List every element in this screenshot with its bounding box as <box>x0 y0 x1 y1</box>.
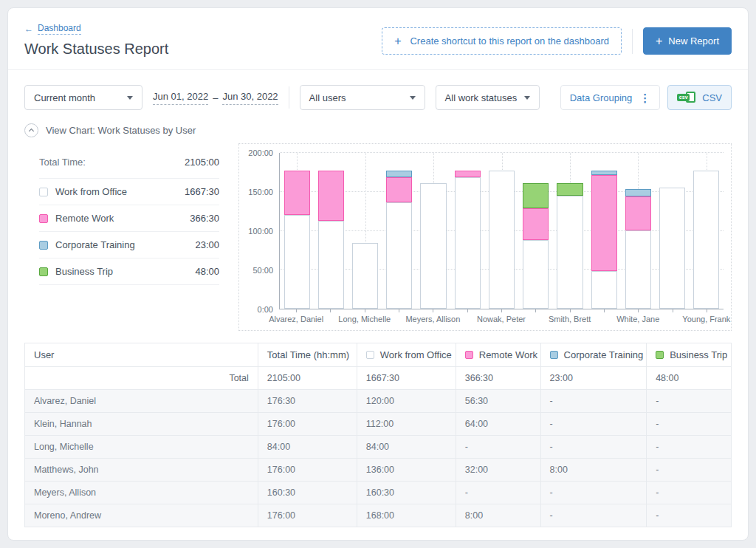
bar-segment-work-from-office[interactable] <box>420 183 446 309</box>
stacked-bar <box>455 171 481 309</box>
x-axis-tick <box>638 309 639 312</box>
legend-row-work-from-office[interactable]: Work from Office1667:30 <box>39 179 219 205</box>
cell-total-time-hh-mm: 176:00 <box>258 459 357 482</box>
x-axis-tick <box>535 309 536 312</box>
report-table: UserTotal Time (hh:mm)Work from OfficeRe… <box>24 343 732 527</box>
create-shortcut-button[interactable]: + Create shortcut to this report on the … <box>382 27 622 55</box>
csv-export-button[interactable]: csv CSV <box>667 85 732 110</box>
bar-segment-remote-work[interactable] <box>625 196 651 230</box>
x-axis-tick <box>707 309 707 312</box>
bar-segment-corporate-training[interactable] <box>625 189 651 197</box>
cell-corporate-training: - <box>540 504 647 527</box>
bar-segment-work-from-office[interactable] <box>659 188 685 309</box>
date-from-field[interactable]: Jun 01, 2022 <box>153 91 208 105</box>
table-row: Alvarez, Daniel176:30120:0056:30-- <box>25 390 732 413</box>
kebab-menu-icon: ⋮ <box>639 92 650 103</box>
bar-slot <box>280 153 314 309</box>
total-time-row: Total Time: 2105:00 <box>39 151 219 179</box>
column-header-remote-work: Remote Work <box>456 343 540 367</box>
cell-corporate-training: - <box>540 413 647 436</box>
cell-user: Matthews, John <box>25 459 258 482</box>
x-axis-tick <box>501 309 502 312</box>
new-report-button[interactable]: + New Report <box>643 27 732 55</box>
bar-segment-work-from-office[interactable] <box>352 243 378 309</box>
data-grouping-label: Data Grouping <box>570 92 633 103</box>
bar-segment-work-from-office[interactable] <box>284 215 310 309</box>
cell-business-trip: - <box>647 436 732 459</box>
chart-collapse-toggle[interactable]: View Chart: Work Statuses by User <box>24 123 732 137</box>
bar-segment-work-from-office[interactable] <box>318 221 344 309</box>
y-axis-tick-label: 50:00 <box>252 266 273 275</box>
header-actions: + Create shortcut to this report on the … <box>382 27 732 55</box>
column-header-user: User <box>25 343 258 367</box>
bar-segment-remote-work[interactable] <box>591 175 617 271</box>
stacked-bar <box>420 183 446 309</box>
bar-segment-work-from-office[interactable] <box>557 196 583 309</box>
cell-user: Alvarez, Daniel <box>25 390 258 413</box>
x-axis-tick <box>467 309 468 312</box>
header-divider <box>632 29 633 54</box>
legend-row-remote-work[interactable]: Remote Work366:30 <box>39 205 219 232</box>
bar-segment-business-trip[interactable] <box>523 183 549 208</box>
legend-name: Work from Office <box>55 186 177 197</box>
filters-right: Data Grouping ⋮ csv CSV <box>560 85 732 110</box>
total-cell-total-time-hh-mm: 2105:00 <box>258 367 357 390</box>
total-cell-corporate-training: 23:00 <box>540 367 647 390</box>
cell-business-trip: - <box>647 459 732 482</box>
x-axis: Alvarez, DanielLong, MichelleMeyers, All… <box>279 309 724 327</box>
bar-segment-remote-work[interactable] <box>284 171 310 215</box>
legend-value: 23:00 <box>195 239 219 250</box>
table-total-row: Total2105:001667:30366:3023:0048:00 <box>25 367 732 390</box>
stacked-bar <box>659 188 685 309</box>
chart-row: Total Time: 2105:00 Work from Office1667… <box>24 143 732 331</box>
bar-segment-remote-work[interactable] <box>386 177 412 202</box>
bar-segment-work-from-office[interactable] <box>455 177 481 309</box>
cell-business-trip: - <box>647 413 732 436</box>
csv-icon-front: csv <box>677 94 690 101</box>
total-cell-work-from-office: 1667:30 <box>357 367 456 390</box>
cell-total-time-hh-mm: 84:00 <box>258 436 357 459</box>
filter-divider <box>289 86 289 109</box>
statuses-select[interactable]: All work statuses <box>436 85 540 110</box>
bar-segment-corporate-training[interactable] <box>386 171 412 177</box>
chart-legend-panel: Total Time: 2105:00 Work from Office1667… <box>24 143 238 331</box>
cell-remote-work: 56:30 <box>456 390 540 413</box>
legend-row-business-trip[interactable]: Business Trip48:00 <box>39 258 219 285</box>
date-to-field[interactable]: Jun 30, 2022 <box>222 91 278 105</box>
users-select[interactable]: All users <box>300 85 425 110</box>
csv-file-icon: csv <box>677 92 695 104</box>
table-row: Klein, Hannah176:00112:0064:00-- <box>25 413 732 436</box>
bar-segment-work-from-office[interactable] <box>693 171 719 309</box>
bar-segment-work-from-office[interactable] <box>523 240 549 309</box>
cell-total-time-hh-mm: 176:30 <box>258 390 357 413</box>
date-separator: – <box>213 92 218 103</box>
bar-segment-work-from-office[interactable] <box>591 271 617 309</box>
bar-segment-remote-work[interactable] <box>318 171 344 221</box>
period-select[interactable]: Current month <box>24 85 142 110</box>
cell-business-trip: - <box>647 390 732 413</box>
chevron-down-icon <box>127 96 133 100</box>
back-to-dashboard-link[interactable]: ← Dashboard <box>24 23 81 35</box>
x-axis-label: Nowak, Peter <box>477 315 526 323</box>
legend-swatch-icon <box>366 351 374 359</box>
x-axis-label: Meyers, Allison <box>405 315 460 323</box>
legend-swatch-icon <box>39 214 48 223</box>
legend-name: Business Trip <box>55 266 188 277</box>
bar-segment-work-from-office[interactable] <box>386 202 412 309</box>
cell-total-time-hh-mm: 160:30 <box>258 482 357 504</box>
bar-segment-remote-work[interactable] <box>523 208 549 239</box>
bar-segment-work-from-office[interactable] <box>489 171 515 309</box>
data-grouping-button[interactable]: Data Grouping ⋮ <box>560 85 661 110</box>
bar-segment-work-from-office[interactable] <box>625 230 651 309</box>
users-select-value: All users <box>309 92 346 103</box>
legend-name: Remote Work <box>55 213 182 224</box>
bar-slot <box>690 153 724 309</box>
bar-segment-business-trip[interactable] <box>557 183 583 196</box>
bar-segment-remote-work[interactable] <box>455 171 481 177</box>
stacked-bar <box>318 171 344 309</box>
csv-button-label: CSV <box>702 92 722 103</box>
cell-user: Long, Michelle <box>25 436 258 459</box>
legend-row-corporate-training[interactable]: Corporate Training23:00 <box>39 232 219 258</box>
plus-icon: + <box>656 38 662 45</box>
page-title: Work Statuses Report <box>24 41 168 58</box>
